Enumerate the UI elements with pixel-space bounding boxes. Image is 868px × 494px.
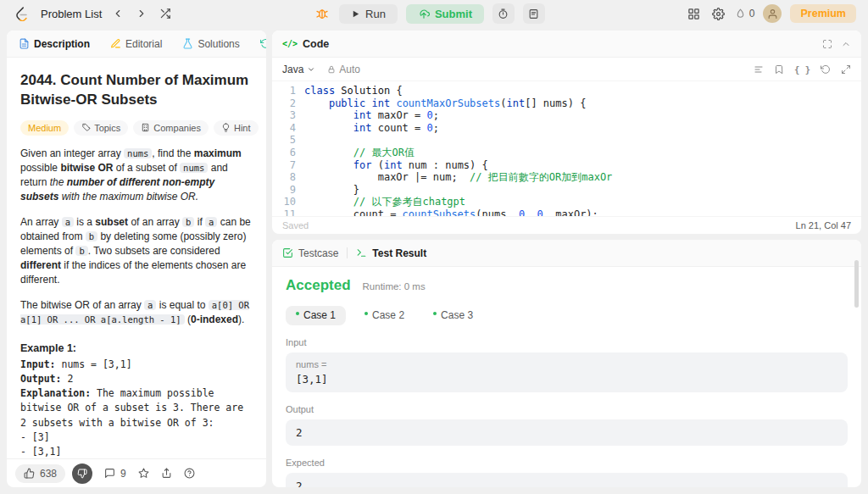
case-1-button[interactable]: Case 1: [286, 306, 346, 325]
description-content[interactable]: 2044. Count Number of Maximum Bitwise-OR…: [7, 58, 266, 458]
code-editor[interactable]: 1234567891011 class Solution { public in…: [272, 81, 861, 216]
cursor-position: Ln 21, Col 47: [796, 220, 851, 230]
reset-code-button[interactable]: [821, 64, 831, 75]
hint-chip[interactable]: Hint: [214, 120, 259, 136]
tab-editorial[interactable]: Editorial: [107, 36, 165, 52]
test-panel-header: Testcase Test Result: [272, 240, 861, 267]
history-icon: [260, 38, 266, 49]
fullscreen-editor-button[interactable]: [841, 64, 851, 75]
streak-counter[interactable]: 0: [735, 8, 755, 19]
autocomplete-toggle[interactable]: Auto: [327, 64, 360, 75]
case-3-label: Case 3: [441, 309, 473, 321]
problem-list-button[interactable]: Problem List: [41, 8, 102, 20]
problem-tabs: Description Editorial Solutions: [7, 31, 266, 58]
tab-description[interactable]: Description: [15, 36, 93, 52]
save-status: Saved: [282, 220, 309, 230]
apps-grid-button[interactable]: [686, 6, 702, 22]
question-circle-icon: [184, 468, 195, 479]
dislike-button[interactable]: [72, 463, 92, 484]
example-1-heading: Example 1:: [20, 342, 253, 354]
editor-toolbar: Java Auto: [272, 58, 861, 81]
toolbar-right: { }: [754, 64, 851, 75]
tab-submissions[interactable]: Submissions: [257, 36, 266, 52]
collapse-panel-button[interactable]: [841, 39, 851, 49]
input-field-name: nums =: [296, 359, 837, 369]
output-box[interactable]: 2: [286, 419, 848, 446]
tag-icon: [81, 123, 91, 132]
premium-button[interactable]: Premium: [790, 4, 856, 23]
code-tab[interactable]: </> Code: [282, 38, 329, 50]
next-problem-button[interactable]: [134, 6, 149, 21]
tab-solutions[interactable]: Solutions: [179, 36, 242, 52]
tab-test-result[interactable]: Test Result: [356, 247, 426, 259]
gear-icon: [712, 8, 725, 20]
run-label: Run: [365, 8, 386, 20]
note-icon: [528, 8, 539, 19]
notes-button[interactable]: [523, 3, 545, 24]
problem-title: 2044. Count Number of Maximum Bitwise-OR…: [20, 71, 253, 110]
expected-box[interactable]: 2: [286, 473, 848, 487]
share-button[interactable]: [161, 468, 172, 479]
maximize-icon: [822, 39, 832, 49]
like-count: 638: [40, 468, 57, 480]
lock-icon: [327, 65, 336, 74]
submit-button[interactable]: Submit: [406, 4, 484, 24]
grid-icon: [687, 8, 700, 20]
runtime: Runtime: 0 ms: [363, 281, 426, 291]
cloud-upload-icon: [418, 8, 430, 19]
align-left-icon: [754, 64, 764, 75]
test-panel: Testcase Test Result Accepted Runtime: 0…: [272, 240, 861, 487]
bug-icon: [315, 7, 329, 20]
code-panel: </> Code Java: [272, 31, 861, 234]
code-tab-label: Code: [303, 38, 329, 50]
companies-chip[interactable]: Companies: [133, 120, 209, 136]
tab-solutions-label: Solutions: [198, 38, 239, 50]
debug-button[interactable]: [314, 5, 331, 22]
topics-label: Topics: [94, 123, 120, 133]
description-panel: Description Editorial Solutions: [7, 31, 266, 487]
play-icon: [351, 9, 360, 19]
topbar: Problem List Run: [0, 0, 868, 27]
main-content: Description Editorial Solutions: [0, 27, 868, 494]
flame-icon: [735, 8, 746, 19]
random-problem-button[interactable]: [158, 6, 173, 21]
pencil-icon: [110, 38, 121, 49]
tab-testcase[interactable]: Testcase: [282, 247, 338, 259]
line-numbers: 1234567891011: [272, 85, 304, 216]
settings-button[interactable]: [710, 6, 726, 22]
case-tabs: Case 1 Case 2 Case 3: [286, 306, 848, 325]
test-result-body[interactable]: Accepted Runtime: 0 ms Case 1 Case 2 Cas…: [272, 267, 861, 487]
bookmark-button[interactable]: [774, 64, 784, 75]
comments-button[interactable]: 9: [104, 464, 126, 483]
run-button[interactable]: Run: [339, 4, 398, 24]
maximize-panel-button[interactable]: [822, 39, 832, 49]
comment-icon: [104, 468, 115, 479]
topics-chip[interactable]: Topics: [74, 120, 128, 136]
tab-divider: [347, 247, 348, 258]
snippets-button[interactable]: { }: [794, 64, 810, 75]
case-3-button[interactable]: Case 3: [423, 306, 483, 325]
help-button[interactable]: [184, 468, 195, 479]
like-button[interactable]: 638: [15, 464, 65, 483]
chevron-down-icon: [307, 65, 315, 74]
scrollbar-thumb[interactable]: [854, 260, 859, 308]
leetcode-logo-icon: [14, 6, 29, 21]
prev-problem-button[interactable]: [110, 6, 125, 21]
expected-value: 2: [296, 480, 303, 487]
timer-button[interactable]: [492, 3, 515, 24]
format-code-button[interactable]: [754, 64, 764, 75]
lightbulb-icon: [221, 123, 231, 132]
leetcode-logo[interactable]: [12, 4, 31, 23]
language-selector[interactable]: Java: [282, 64, 315, 75]
problem-paragraph: The bitwise OR of an array a is equal to…: [20, 298, 253, 327]
chevron-left-icon: [112, 8, 124, 19]
tab-editorial-label: Editorial: [125, 38, 162, 50]
input-box[interactable]: nums = [3,1]: [286, 352, 848, 392]
difficulty-badge[interactable]: Medium: [20, 120, 69, 136]
case-2-button[interactable]: Case 2: [354, 306, 415, 325]
shuffle-icon: [159, 8, 171, 19]
file-text-icon: [19, 38, 30, 49]
comment-count: 9: [120, 468, 126, 480]
avatar[interactable]: [763, 4, 782, 23]
star-button[interactable]: [138, 468, 149, 479]
